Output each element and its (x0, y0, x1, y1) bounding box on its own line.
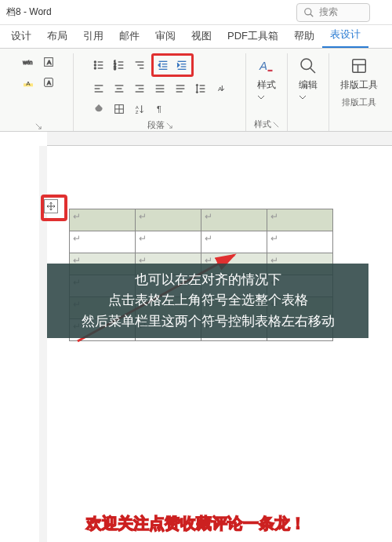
svg-rect-60 (353, 60, 366, 73)
phonetic-button[interactable]: wén (20, 53, 37, 71)
styles-icon: A (257, 56, 276, 75)
enclose-button[interactable]: A (40, 74, 57, 91)
ribbon-tabs: 设计 布局 引用 邮件 审阅 视图 PDF工具箱 帮助 表设计 (0, 25, 392, 49)
ribbon: wén A A A 123 (0, 49, 392, 132)
styles-button[interactable]: A 样式 (251, 53, 282, 117)
ribbon-group-paragraph: 123 A AZ ¶ (74, 53, 246, 131)
chevron-down-icon (257, 95, 276, 114)
char-border-button[interactable]: A (40, 53, 57, 71)
ruler-horizontal[interactable] (47, 132, 392, 146)
tab-design[interactable]: 设计 (3, 24, 39, 48)
svg-point-58 (301, 59, 312, 70)
distribute-button[interactable] (172, 80, 189, 97)
svg-text:A: A (47, 59, 52, 66)
align-right-button[interactable] (131, 80, 148, 97)
window-title: 档8 - Word (6, 5, 52, 19)
chevron-down-icon (299, 95, 318, 114)
font-group-expand[interactable] (35, 122, 42, 131)
tab-mail[interactable]: 邮件 (111, 24, 147, 48)
svg-text:A: A (135, 105, 138, 110)
text-direction-button[interactable]: A (212, 80, 230, 97)
search-input[interactable]: 搜索 (296, 3, 370, 22)
increase-indent-button[interactable] (173, 56, 191, 74)
ribbon-group-font: wén A A A (3, 53, 74, 131)
svg-text:3: 3 (114, 67, 116, 71)
edit-button[interactable]: 编辑 (292, 53, 324, 117)
svg-point-11 (94, 64, 96, 66)
highlight-button[interactable]: A (20, 74, 37, 91)
justify-button[interactable] (151, 80, 169, 97)
svg-point-9 (94, 61, 96, 63)
svg-text:¶: ¶ (157, 104, 162, 114)
paragraph-group-label[interactable]: 段落 (147, 118, 172, 133)
table-move-handle[interactable] (44, 199, 58, 213)
layout-tools-button[interactable]: 排版工具 (334, 53, 384, 95)
show-marks-button[interactable]: ¶ (151, 100, 169, 118)
svg-text:A: A (47, 79, 51, 86)
svg-line-1 (310, 13, 314, 16)
tab-layout[interactable]: 布局 (39, 24, 75, 48)
ribbon-group-edit: 编辑 (288, 53, 329, 131)
tab-help[interactable]: 帮助 (286, 24, 322, 48)
decrease-indent-button[interactable] (154, 56, 172, 74)
svg-point-0 (305, 8, 311, 14)
bullets-button[interactable] (90, 56, 107, 74)
svg-text:Z: Z (135, 110, 138, 115)
search-icon (303, 7, 314, 18)
borders-button[interactable] (111, 100, 128, 118)
layout-icon (350, 56, 368, 75)
tab-review[interactable]: 审阅 (147, 24, 183, 48)
styles-group-label[interactable]: 样式 (254, 117, 279, 132)
tab-view[interactable]: 视图 (183, 24, 220, 48)
search-placeholder: 搜索 (319, 5, 338, 19)
titlebar: 档8 - Word 搜索 (0, 0, 392, 25)
multilevel-button[interactable] (131, 56, 148, 74)
numbering-button[interactable]: 123 (111, 56, 128, 74)
sort-button[interactable]: AZ (131, 100, 148, 118)
footer-caption: 欢迎关注点赞收藏评论一条龙！ (86, 513, 306, 534)
line-spacing-button[interactable] (192, 80, 209, 97)
ribbon-group-layout-tools: 排版工具 排版工具 (329, 53, 389, 131)
layout-group-label: 排版工具 (342, 95, 376, 110)
svg-point-13 (94, 67, 96, 69)
svg-text:A: A (259, 59, 267, 72)
tab-pdf[interactable]: PDF工具箱 (220, 24, 286, 48)
svg-line-59 (310, 68, 315, 73)
tab-table-design[interactable]: 表设计 (322, 23, 368, 48)
instruction-overlay: 也可以在左对齐的情况下 点击表格左上角符号全选整个表格 然后菜单栏里这两个符号控… (47, 264, 368, 338)
magnify-icon (299, 56, 318, 75)
shading-button[interactable] (90, 100, 107, 118)
svg-text:wén: wén (22, 60, 33, 65)
ribbon-group-styles: A 样式 样式 (246, 53, 288, 131)
move-icon (46, 202, 56, 211)
tab-references[interactable]: 引用 (75, 24, 111, 48)
align-center-button[interactable] (111, 80, 128, 97)
svg-text:A: A (26, 80, 31, 87)
align-left-button[interactable] (90, 80, 107, 97)
